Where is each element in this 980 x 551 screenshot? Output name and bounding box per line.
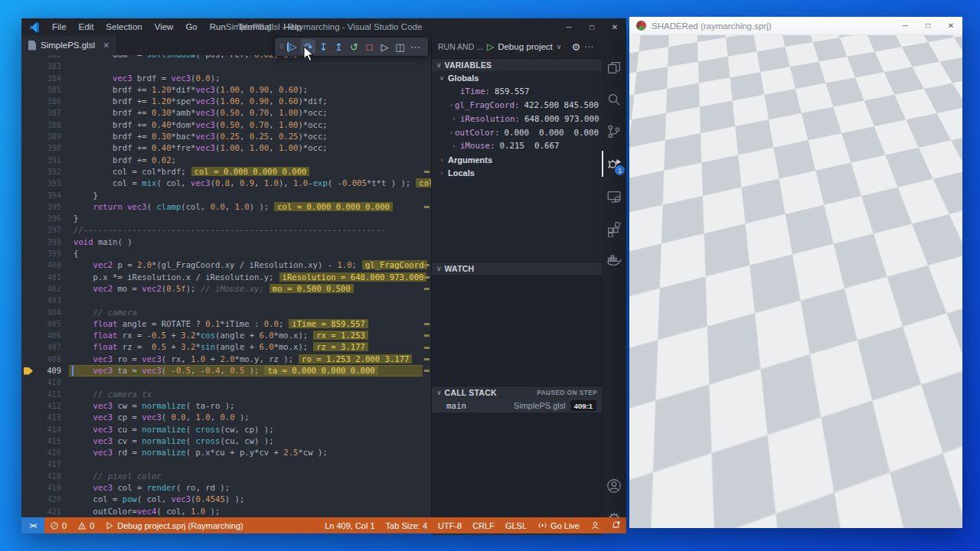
line-number[interactable]: 403 xyxy=(21,295,61,306)
line-number[interactable]: 395 xyxy=(21,201,61,213)
variable-gl_FragCoord[interactable]: ›gl_FragCoord:422.500 845.500 1… xyxy=(432,99,602,112)
line-number[interactable]: 401 xyxy=(21,272,61,283)
line-number[interactable]: 415 xyxy=(21,435,61,447)
panel-more-icon[interactable]: ⋯ xyxy=(584,41,593,52)
maximize-button[interactable]: □ xyxy=(580,18,603,35)
line-number[interactable]: 399 xyxy=(21,248,61,259)
tab-close-icon[interactable]: ✕ xyxy=(103,41,109,51)
activity-search-icon[interactable] xyxy=(602,86,626,112)
debug-config-dropdown[interactable]: Debug project xyxy=(498,42,553,51)
line-number[interactable]: 400 xyxy=(21,259,61,271)
vertex-row[interactable]: Vertex[1] = (0.50, -0.50, 0.00) xyxy=(808,387,938,396)
tree-group-globals[interactable]: ∨Globals xyxy=(432,71,602,85)
line-number[interactable]: 406 xyxy=(21,330,61,341)
watch-list[interactable] xyxy=(432,275,602,386)
status-tab-size-4[interactable]: Tab Size: 4 xyxy=(381,520,433,530)
line-number[interactable]: 385 xyxy=(21,84,61,96)
split-editor-icon[interactable]: ◫ xyxy=(393,39,407,54)
line-number[interactable]: 384 xyxy=(21,73,61,84)
activity-debug-icon[interactable]: 1 xyxy=(602,151,626,177)
expand-play-icon[interactable] xyxy=(808,357,815,366)
status-feedback[interactable] xyxy=(585,520,606,530)
minimize-button[interactable]: ─ xyxy=(557,18,580,35)
variable-iResolution[interactable]: ›iResolution:648.000 973.000 xyxy=(432,112,602,126)
render-viewport[interactable]: Simple(Window) - FS@(422,845) R:118G:112… xyxy=(629,35,962,528)
activity-remote-icon[interactable] xyxy=(602,184,626,210)
variable-iMouse[interactable]: ›iMouse:0.215 0.667 xyxy=(432,139,602,153)
variable-outColor[interactable]: ›outColor:0.000 0.000 0.000 … xyxy=(432,126,602,139)
line-number[interactable]: 386 xyxy=(21,96,61,107)
line-number[interactable]: 408 xyxy=(21,354,61,365)
close-button[interactable]: ✕ xyxy=(939,17,962,35)
vertex-row[interactable]: Vertex[0] = (0.50, 0.50, 0.00) xyxy=(808,373,938,382)
line-number[interactable]: 404 xyxy=(21,307,61,318)
variable-iTime[interactable]: iTime:859.557 xyxy=(432,85,602,99)
activity-files-icon[interactable] xyxy=(602,54,626,80)
status-debug[interactable]: Debug project.sprj (Raymarching) xyxy=(100,521,248,530)
step-into-icon[interactable]: ↧ xyxy=(316,39,331,54)
line-number[interactable]: 414 xyxy=(21,424,61,435)
line-number[interactable]: 420 xyxy=(21,494,61,505)
status-glsl[interactable]: GLSL xyxy=(500,520,532,530)
line-number[interactable]: 412 xyxy=(21,400,61,412)
line-number[interactable]: 402 xyxy=(21,283,61,295)
line-number[interactable]: 407 xyxy=(21,341,61,353)
line-number[interactable]: 405 xyxy=(21,318,61,330)
step-out-icon[interactable]: ↥ xyxy=(332,39,346,54)
line-number[interactable]: 394 xyxy=(21,190,61,201)
variables-section-header[interactable]: ∨ VARIABLES xyxy=(432,58,602,71)
activity-source-control-icon[interactable] xyxy=(602,119,626,145)
variables-list[interactable]: ∨Globals iTime:859.557›gl_FragCoord:422.… xyxy=(432,71,602,262)
tree-group-locals[interactable]: ›Locals xyxy=(432,167,602,181)
expand-play-icon[interactable] xyxy=(808,387,815,396)
line-number[interactable]: 392 xyxy=(21,166,61,178)
line-number[interactable]: 397 xyxy=(21,224,61,236)
activity-extensions-icon[interactable] xyxy=(602,216,626,242)
stack-frame-row[interactable]: main SimplePS.glsl 409:1 xyxy=(432,399,602,412)
account-icon[interactable] xyxy=(602,473,626,499)
line-number[interactable]: 413 xyxy=(21,412,61,423)
line-number[interactable]: 419 xyxy=(21,482,61,494)
status-utf-8[interactable]: UTF-8 xyxy=(433,520,467,530)
menu-go[interactable]: Go xyxy=(179,18,203,35)
line-number[interactable]: 416 xyxy=(21,447,61,458)
restart-icon[interactable]: ↺ xyxy=(347,39,361,54)
line-number[interactable]: 391 xyxy=(21,155,61,166)
line-number[interactable]: 389 xyxy=(21,131,61,142)
menu-view[interactable]: View xyxy=(149,18,180,35)
line-number[interactable]: 421 xyxy=(21,506,61,517)
line-number[interactable]: 411 xyxy=(21,389,61,400)
watch-section-header[interactable]: ∨ WATCH xyxy=(432,262,602,275)
line-number[interactable]: 409 xyxy=(21,365,61,377)
line-number[interactable]: 418 xyxy=(21,471,61,482)
status-bell[interactable] xyxy=(606,520,626,530)
tree-group-arguments[interactable]: ›Arguments xyxy=(432,153,602,167)
remote-indicator[interactable]: >< xyxy=(21,517,44,533)
drag-grip-icon[interactable]: ⠿ xyxy=(277,39,286,54)
status-go-live[interactable]: Go Live xyxy=(532,520,585,530)
vertex-row[interactable]: Vertex[2] = (-0.50, -0.50, 0.00) xyxy=(808,402,938,411)
callstack-section-header[interactable]: ∨ CALL STACK PAUSED ON STEP xyxy=(432,386,602,399)
activity-docker-icon[interactable] xyxy=(602,247,626,273)
pixel-inspect-panel[interactable]: Simple(Window) - FS@(422,845) R:118G:112… xyxy=(802,316,944,514)
code-editor[interactable]: 382 dom *= softshadow( pos, ref, 0.02, 2… xyxy=(21,55,431,517)
line-number[interactable]: 390 xyxy=(21,142,61,154)
menu-file[interactable]: File xyxy=(46,18,73,35)
line-number[interactable]: 396 xyxy=(21,213,61,224)
tab-simpleps[interactable]: SimplePS.glsl ✕ xyxy=(21,35,117,55)
status-ln-409-col-1[interactable]: Ln 409, Col 1 xyxy=(319,520,380,530)
line-number[interactable]: 382 xyxy=(21,55,61,60)
status-warning[interactable]: 0 xyxy=(72,521,100,530)
line-number[interactable]: 383 xyxy=(21,60,61,72)
minimize-button[interactable]: ─ xyxy=(893,17,916,35)
line-number[interactable]: 417 xyxy=(21,458,61,470)
line-number[interactable]: 410 xyxy=(21,377,61,388)
debug-settings-gear-icon[interactable]: ⚙ xyxy=(571,41,580,53)
run-icon[interactable]: ▷ xyxy=(377,39,392,54)
expand-play-icon[interactable] xyxy=(808,373,815,382)
menu-selection[interactable]: Selection xyxy=(100,18,148,35)
menu-edit[interactable]: Edit xyxy=(73,18,100,35)
stop-icon[interactable]: □ xyxy=(362,39,377,54)
status-crlf[interactable]: CRLF xyxy=(467,520,500,530)
continue-icon[interactable]: ▷ xyxy=(287,42,298,52)
